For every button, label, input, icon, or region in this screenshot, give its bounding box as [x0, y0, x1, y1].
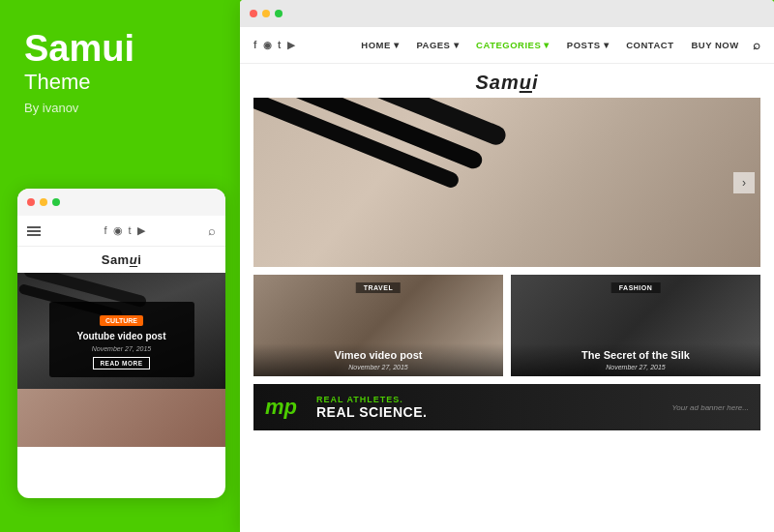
- mockup-post-card: Culture Youtube video post November 27, …: [49, 302, 194, 377]
- mockup-bottom-card: [17, 389, 225, 447]
- twitter-icon: t: [129, 224, 132, 237]
- post-card-2-date: November 27, 2015: [517, 364, 755, 370]
- nav-twitter-icon[interactable]: t: [278, 40, 282, 50]
- browser-navbar: f ◉ t ▶ HOME ▾ PAGES ▾ CATEGORIES ▾ POST…: [240, 27, 774, 64]
- nav-item-categories[interactable]: CATEGORIES ▾: [468, 27, 557, 64]
- nav-youtube-icon[interactable]: ▶: [287, 40, 295, 50]
- ad-logo: mp: [253, 395, 309, 420]
- nav-item-posts[interactable]: POSTS ▾: [559, 27, 616, 64]
- mockup-bottom-bg: [17, 389, 225, 447]
- hamburger-menu-icon[interactable]: [27, 226, 41, 236]
- post-card-2-text: The Secret of the Silk November 27, 2015: [511, 343, 760, 376]
- dot-red: [27, 198, 35, 206]
- brand-subtitle: Theme: [24, 70, 216, 95]
- brand-author: By ivanov: [24, 101, 216, 115]
- mockup-post-date: November 27, 2015: [59, 345, 185, 352]
- ad-text-block: REAL ATHLETES. REAL SCIENCE.: [309, 395, 434, 420]
- ad-line-2: REAL SCIENCE.: [316, 404, 427, 420]
- browser-dot-yellow: [262, 10, 270, 17]
- youtube-icon: ▶: [137, 224, 145, 237]
- ad-banner[interactable]: mp REAL ATHLETES. REAL SCIENCE. Your ad …: [253, 384, 760, 430]
- hero-next-button[interactable]: ›: [733, 172, 755, 193]
- mockup-post-tag: Culture: [100, 315, 143, 326]
- nav-item-home[interactable]: HOME ▾: [353, 27, 406, 64]
- ad-line-1: REAL ATHLETES.: [316, 395, 427, 404]
- mockup-read-more-button[interactable]: READ MORE: [93, 357, 149, 369]
- dot-green: [52, 198, 60, 206]
- left-panel: Samui Theme By ivanov f ◉ t ▶ ⌕ Samui: [0, 0, 240, 532]
- main-hero-image: ›: [253, 98, 760, 267]
- nav-instagram-icon[interactable]: ◉: [263, 40, 272, 50]
- post-card-2-title: The Secret of the Silk: [517, 349, 755, 362]
- mobile-mockup: f ◉ t ▶ ⌕ Samui Culture Youtube video po…: [17, 189, 225, 498]
- nav-facebook-icon[interactable]: f: [253, 40, 257, 50]
- mockup-social-icons: f ◉ t ▶: [104, 224, 144, 237]
- post-card-1-date: November 27, 2015: [259, 364, 497, 370]
- browser-top-bar: [240, 0, 774, 27]
- browser-dot-red: [250, 10, 257, 17]
- brand-title: Samui: [24, 29, 216, 70]
- mockup-site-logo: Samui: [17, 247, 225, 273]
- ad-right-text: Your ad banner here...: [671, 403, 760, 412]
- post-card-1-text: Vimeo video post November 27, 2015: [253, 343, 503, 376]
- mockup-search-icon[interactable]: ⌕: [208, 223, 216, 238]
- nav-search-icon[interactable]: ⌕: [753, 38, 760, 52]
- nav-item-contact[interactable]: CONTACT: [618, 27, 681, 64]
- posts-grid: TRAVEL Vimeo video post November 27, 201…: [253, 275, 760, 376]
- mockup-post-title: Youtube video post: [59, 330, 185, 342]
- nav-item-pages[interactable]: PAGES ▾: [408, 27, 466, 64]
- post-tag-1: TRAVEL: [356, 282, 401, 293]
- site-logo-bar: Samui: [240, 64, 774, 98]
- browser-dot-green: [275, 10, 283, 17]
- nav-item-buy-now[interactable]: BUY NOW: [683, 27, 746, 64]
- mockup-hero-image: Culture Youtube video post November 27, …: [17, 273, 225, 389]
- dot-yellow: [40, 198, 47, 206]
- facebook-icon: f: [104, 224, 106, 237]
- main-hero-bg: [253, 98, 760, 267]
- post-tag-2: FASHION: [611, 282, 661, 293]
- instagram-icon: ◉: [113, 224, 123, 237]
- post-card-1[interactable]: TRAVEL Vimeo video post November 27, 201…: [253, 275, 503, 376]
- nav-social-icons: f ◉ t ▶: [253, 40, 295, 50]
- ad-mp-badge: mp: [265, 395, 297, 420]
- post-card-2[interactable]: FASHION The Secret of the Silk November …: [511, 275, 760, 376]
- mockup-top-bar: [17, 189, 225, 216]
- mockup-nav-bar: f ◉ t ▶ ⌕: [17, 216, 225, 247]
- post-card-1-title: Vimeo video post: [259, 349, 497, 362]
- browser-window: f ◉ t ▶ HOME ▾ PAGES ▾ CATEGORIES ▾ POST…: [240, 0, 774, 532]
